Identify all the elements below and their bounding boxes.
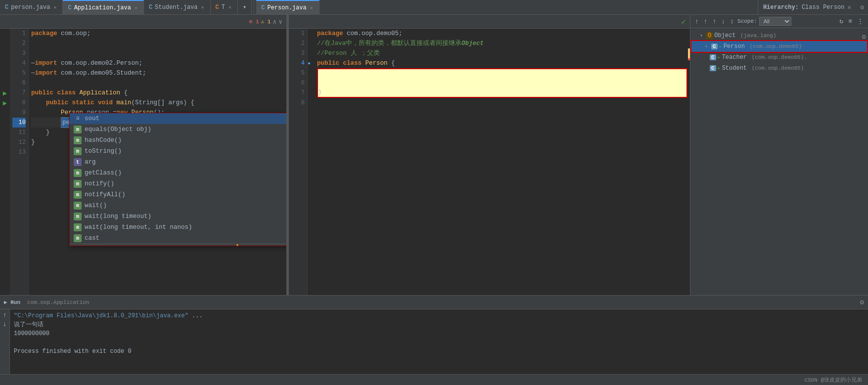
line4-marker: ● bbox=[308, 29, 315, 295]
ac-item-wait[interactable]: m wait() void bbox=[70, 200, 287, 211]
tab-close-application[interactable]: ✕ bbox=[134, 5, 138, 11]
ac-item-wait-nanos[interactable]: m wait(long timeout, int nanos) void bbox=[70, 222, 287, 233]
scroll-down-icon[interactable]: ↓ bbox=[2, 320, 6, 328]
right-code-content[interactable]: package com.oop.demo05; //在Java中，所有的类，都默… bbox=[315, 29, 690, 295]
tree-item-student[interactable]: C ▸ Student (com.oop.demo05) bbox=[690, 63, 868, 74]
hierarchy-icon-5[interactable]: ↕ bbox=[729, 17, 735, 26]
run-marker-8[interactable]: ▶ bbox=[0, 98, 10, 108]
tab-more-icon: ▾ bbox=[243, 3, 246, 11]
refresh-icon[interactable]: ↻ bbox=[838, 17, 845, 26]
line-numbers-right: 1 2 3 4 5 6 7 8 bbox=[289, 29, 308, 295]
gear-icon-hierarchy[interactable]: ⚙ bbox=[860, 31, 868, 43]
tree-item-person[interactable]: ▾ C ▸ Person (com.oop.demo05) bbox=[691, 41, 867, 52]
ac-name-cast: cast bbox=[85, 235, 287, 242]
tab-close-student[interactable]: ✕ bbox=[200, 4, 205, 10]
tab-close-person-right[interactable]: ✕ bbox=[309, 5, 314, 11]
right-code-line-1: package com.oop.demo05; bbox=[317, 29, 687, 39]
tab-close-t[interactable]: ✕ bbox=[228, 4, 232, 10]
ac-item-notify[interactable]: m notify() void bbox=[70, 178, 287, 189]
autocomplete-popup[interactable]: ≡ sout System.out.println(expr) m equals… bbox=[69, 113, 287, 246]
tab-person-java[interactable]: C person.java ✕ bbox=[0, 0, 63, 14]
right-code-area[interactable]: 1 2 3 4 5 6 7 8 ● bbox=[289, 29, 690, 295]
gear-icon-top[interactable]: ⚙ bbox=[856, 3, 868, 11]
ac-item-tostring[interactable]: m toString() String bbox=[70, 146, 287, 157]
tree-label-object: Object bbox=[714, 32, 735, 39]
ac-name-getclass: getClass() bbox=[85, 170, 287, 176]
output-line-3: 1000000000 bbox=[14, 329, 864, 338]
right-code-line-2: //在Java中，所有的类，都默认直接或者间接继承Object bbox=[317, 39, 687, 48]
tree-icon-student-sub: ▸ bbox=[718, 65, 721, 71]
right-code-line-5 bbox=[317, 68, 687, 78]
hierarchy-icon-3[interactable]: ↑ bbox=[711, 17, 718, 26]
right-code-line-6 bbox=[317, 78, 687, 88]
code-line-6 bbox=[31, 78, 284, 88]
tab-student-java[interactable]: C Student.java ✕ bbox=[144, 0, 211, 14]
tab-label-person-right: Person.java bbox=[267, 4, 306, 11]
bottom-left-btns: ↑ ↓ bbox=[0, 309, 10, 374]
collapse-icon[interactable]: ≡ bbox=[847, 17, 854, 26]
gear-icon-bottom[interactable]: ⚙ bbox=[860, 298, 864, 306]
hierarchy-icon-1[interactable]: ↑ bbox=[693, 17, 700, 26]
run-marker-7[interactable]: ▶ bbox=[0, 88, 10, 98]
code-line-4: —import com.oop.demo02.Person; bbox=[31, 58, 284, 68]
ac-item-hashcode[interactable]: m hashCode() int bbox=[70, 135, 287, 146]
ac-name-wait: wait() bbox=[85, 202, 287, 209]
ac-item-notifyall[interactable]: m notifyAll() void bbox=[70, 189, 287, 200]
check-green-icon: ✓ bbox=[681, 17, 686, 27]
ac-item-wait-long[interactable]: m wait(long timeout) void bbox=[70, 211, 287, 222]
tab-icon-person-right: C bbox=[261, 4, 265, 11]
warn-badge: ⚠ 1 bbox=[261, 18, 271, 25]
run-class-label: com.oop.Application bbox=[27, 299, 89, 305]
ac-item-getclass[interactable]: m getClass() Class<? extends Person> bbox=[70, 168, 287, 178]
code-line-7: public class Application { bbox=[31, 88, 284, 98]
tab-label-application: Application.java bbox=[74, 4, 131, 11]
tab-t[interactable]: C T ✕ bbox=[211, 0, 238, 14]
nav-up-icon[interactable]: ∧ bbox=[273, 18, 276, 26]
tab-icon-application: C bbox=[68, 4, 71, 11]
tree-expand-person[interactable]: ▾ bbox=[705, 43, 710, 49]
hierarchy-icon-2[interactable]: ↑ bbox=[702, 17, 709, 26]
ac-icon-tostring: m bbox=[74, 147, 82, 155]
tree-icon-person: C bbox=[711, 43, 718, 49]
expand-icon[interactable]: ⋮ bbox=[856, 17, 865, 26]
hierarchy-class-title: Class Person bbox=[802, 4, 844, 11]
ac-item-arg[interactable]: t arg functionCall(expr) bbox=[70, 157, 287, 168]
tab-person-java-right[interactable]: C Person.java ✕ bbox=[256, 0, 319, 14]
tab-more[interactable]: ▾ bbox=[238, 0, 252, 14]
tab-close-person[interactable]: ✕ bbox=[52, 4, 57, 10]
tab-label-student: Student.java bbox=[155, 4, 197, 11]
scope-dropdown[interactable]: All Project bbox=[759, 17, 791, 26]
tab-icon-student: C bbox=[149, 4, 152, 11]
ac-item-equals[interactable]: m equals(Object obj) boolean bbox=[70, 124, 287, 135]
code-line-3 bbox=[31, 48, 284, 58]
right-code-line-4: public class Person { bbox=[317, 58, 687, 68]
nav-down-icon[interactable]: ∨ bbox=[278, 18, 282, 26]
tree-item-teacher[interactable]: C ▸ Teacher (com.oop.demo05). bbox=[690, 52, 868, 63]
tree-pkg-object: (java.lang) bbox=[737, 33, 776, 39]
tree-icon-student: C bbox=[710, 65, 716, 71]
tab-label-person: person.java bbox=[11, 4, 50, 11]
right-code-line-3: //Person 人 ；父类 bbox=[317, 48, 687, 58]
ac-name-hashcode: hashCode() bbox=[85, 137, 287, 144]
tree-label-teacher: Teacher bbox=[722, 54, 747, 61]
tree-item-object[interactable]: ▾ O Object (java.lang) bbox=[690, 30, 868, 41]
hierarchy-icon-4[interactable]: ↓ bbox=[720, 17, 727, 26]
right-editor: ✓ 1 2 3 4 5 6 7 8 bbox=[289, 15, 690, 295]
ac-name-sout: sout bbox=[85, 115, 287, 122]
ac-item-sout[interactable]: ≡ sout System.out.println(expr) bbox=[70, 113, 287, 124]
tab-application-java[interactable]: C Application.java ✕ bbox=[63, 0, 143, 14]
output-line-2: 说了一句话 bbox=[14, 320, 864, 329]
ac-item-cast[interactable]: m cast ((SomeType) expr) bbox=[70, 233, 287, 244]
hierarchy-toolbar: ↑ ↑ ↑ ↓ ↕ Scope: All Project ↻ ≡ ⋮ bbox=[690, 15, 868, 28]
scroll-up-icon[interactable]: ↑ bbox=[2, 311, 6, 319]
right-editor-header: ✓ bbox=[289, 15, 690, 29]
left-editor: ⊘ 1 ⚠ 1 ∧ ∨ ▶ ▶ bbox=[0, 15, 287, 295]
error-badge: ⊘ 1 bbox=[249, 18, 259, 25]
tree-expand-object[interactable]: ▾ bbox=[700, 33, 705, 39]
hierarchy-title: Hierarchy: bbox=[763, 4, 799, 11]
ac-name-notifyall: notifyAll() bbox=[85, 191, 287, 198]
run-tab[interactable]: ▶ Run bbox=[4, 299, 20, 305]
ac-icon-cast: m bbox=[74, 234, 82, 242]
hierarchy-header-close[interactable]: ✕ bbox=[847, 3, 851, 11]
tree-icon-object: O bbox=[706, 32, 713, 39]
